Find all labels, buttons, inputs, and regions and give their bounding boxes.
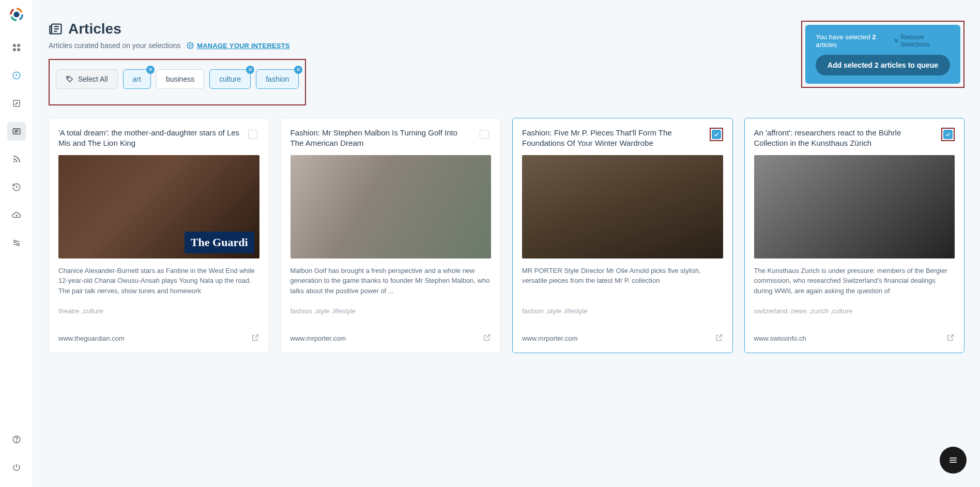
article-image[interactable]: The Guardi [58, 155, 259, 258]
checkbox-highlight [246, 128, 259, 141]
article-tags: fashion ,style ,lifestyle [522, 307, 723, 315]
article-description: MR PORTER Style Director Mr Olie Arnold … [522, 266, 723, 296]
menu-icon [948, 455, 958, 465]
gear-icon [187, 42, 194, 49]
article-image[interactable] [290, 155, 492, 258]
article-title[interactable]: 'A total dream': the mother-and-daughter… [58, 128, 241, 149]
add-to-queue-button[interactable]: Add selected 2 articles to queue [816, 55, 950, 75]
article-card: Fashion: Five Mr P. Pieces That'll Form … [512, 118, 733, 353]
tags-icon [66, 75, 74, 83]
image-source-badge: The Guardi [185, 232, 254, 253]
selection-panel-highlight: You have selected 2 articles ✕ Remove Se… [801, 21, 964, 88]
menu-fab[interactable] [940, 447, 967, 474]
filter-tags-box: Select All art✕businessculture✕fashion✕ [49, 59, 306, 105]
remove-selections-label: Remove Selections [901, 34, 950, 48]
nav-settings[interactable] [7, 234, 26, 252]
article-checkbox[interactable] [712, 130, 721, 139]
article-title[interactable]: Fashion: Mr Stephen Malbon Is Turning Go… [290, 128, 473, 149]
article-checkbox[interactable] [480, 130, 489, 139]
newspaper-icon [49, 22, 63, 36]
checkbox-highlight [478, 128, 491, 141]
close-icon: ✕ [894, 37, 899, 44]
article-image[interactable] [754, 155, 955, 258]
article-card: An 'affront': researchers react to the B… [744, 118, 965, 353]
svg-point-25 [190, 44, 192, 47]
article-description: Chanice Alexander-Burnett stars as Fanti… [58, 266, 259, 296]
page-title: Articles [49, 21, 306, 37]
external-link-icon[interactable] [251, 333, 259, 343]
sidebar [0, 0, 33, 487]
article-source[interactable]: www.mrporter.com [290, 334, 346, 342]
article-tags: theatre ,culture [58, 307, 259, 315]
nav-compose[interactable] [7, 94, 26, 113]
article-tags: switzerland ,news ,zurich ,culture [754, 307, 955, 315]
articles-grid: 'A total dream': the mother-and-daughter… [49, 118, 964, 353]
filter-tag-art[interactable]: art✕ [123, 69, 151, 89]
external-link-icon[interactable] [483, 333, 491, 343]
article-source[interactable]: www.theguardian.com [58, 334, 125, 342]
remove-tag-icon[interactable]: ✕ [294, 66, 302, 74]
article-image[interactable] [522, 155, 723, 258]
article-checkbox[interactable] [248, 130, 257, 139]
article-description: Malbon Golf has brought a fresh perspect… [290, 266, 492, 296]
article-source[interactable]: www.swissinfo.ch [754, 334, 806, 342]
external-link-icon[interactable] [715, 333, 723, 343]
article-title[interactable]: An 'affront': researchers react to the B… [754, 128, 937, 149]
select-all-button[interactable]: Select All [56, 69, 118, 89]
nav-compass[interactable] [7, 66, 26, 85]
checkbox-highlight [710, 128, 723, 141]
main-content: Articles Articles curated based on your … [33, 0, 980, 487]
nav-dashboard[interactable] [7, 38, 26, 57]
selection-panel: You have selected 2 articles ✕ Remove Se… [805, 25, 960, 84]
article-description: The Kunsthaus Zurich is under pressure: … [754, 266, 955, 296]
page-title-text: Articles [68, 21, 121, 37]
article-card: Fashion: Mr Stephen Malbon Is Turning Go… [281, 118, 501, 353]
external-link-icon[interactable] [946, 333, 955, 343]
nav-help[interactable] [7, 430, 26, 449]
remove-tag-icon[interactable]: ✕ [246, 66, 254, 74]
checkbox-highlight [941, 128, 955, 141]
svg-point-12 [13, 240, 16, 243]
remove-tag-icon[interactable]: ✕ [146, 66, 155, 74]
svg-rect-2 [17, 44, 20, 47]
article-title[interactable]: Fashion: Five Mr P. Pieces That'll Form … [522, 128, 705, 149]
article-source[interactable]: www.mrporter.com [522, 334, 578, 342]
article-tags: fashion ,style ,lifestyle [290, 307, 492, 315]
svg-rect-1 [13, 44, 16, 47]
manage-interests-text: MANAGE YOUR INTERESTS [197, 42, 289, 50]
nav-rss[interactable] [7, 150, 26, 169]
nav-history[interactable] [7, 178, 26, 196]
svg-point-13 [17, 244, 19, 246]
filter-tag-fashion[interactable]: fashion✕ [256, 69, 299, 89]
select-all-label: Select All [78, 75, 108, 83]
app-logo [9, 7, 24, 22]
svg-point-11 [13, 161, 15, 162]
article-card: 'A total dream': the mother-and-daughter… [49, 118, 269, 353]
svg-point-26 [68, 77, 69, 78]
svg-rect-3 [13, 49, 16, 51]
filter-tag-culture[interactable]: culture✕ [209, 69, 251, 89]
selection-count-text: You have selected 2 articles [816, 33, 894, 49]
manage-interests-link[interactable]: MANAGE YOUR INTERESTS [187, 42, 289, 50]
page-subtitle: Articles curated based on your selection… [49, 41, 180, 50]
svg-point-19 [16, 441, 17, 442]
nav-articles[interactable] [7, 122, 26, 141]
filter-tag-business[interactable]: business [156, 69, 204, 89]
nav-download[interactable] [7, 206, 26, 224]
svg-point-0 [13, 11, 19, 17]
svg-rect-21 [50, 26, 52, 34]
remove-selections-link[interactable]: ✕ Remove Selections [894, 34, 950, 48]
svg-rect-4 [17, 49, 20, 51]
nav-logout[interactable] [7, 458, 26, 477]
article-checkbox[interactable] [943, 130, 953, 139]
